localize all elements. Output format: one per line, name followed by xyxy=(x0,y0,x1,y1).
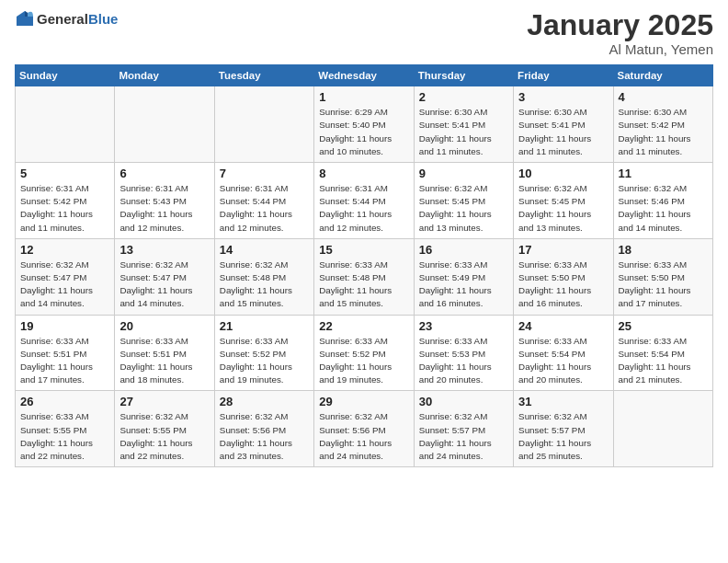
calendar-cell: 9Sunrise: 6:32 AM Sunset: 5:45 PM Daylig… xyxy=(414,163,513,239)
title-area: January 2025 Al Matun, Yemen xyxy=(527,9,713,57)
day-info: Sunrise: 6:33 AM Sunset: 5:50 PM Dayligh… xyxy=(619,259,708,311)
logo-blue: Blue xyxy=(88,11,119,27)
day-number: 6 xyxy=(119,167,209,180)
calendar-cell: 11Sunrise: 6:32 AM Sunset: 5:46 PM Dayli… xyxy=(613,163,712,239)
day-number: 18 xyxy=(619,243,708,257)
day-info: Sunrise: 6:31 AM Sunset: 5:43 PM Dayligh… xyxy=(119,182,209,235)
day-info: Sunrise: 6:32 AM Sunset: 5:47 PM Dayligh… xyxy=(20,259,109,311)
day-number: 30 xyxy=(419,395,508,408)
calendar-cell: 10Sunrise: 6:32 AM Sunset: 5:45 PM Dayli… xyxy=(514,163,613,239)
calendar-cell: 2Sunrise: 6:30 AM Sunset: 5:41 PM Daylig… xyxy=(414,86,513,163)
day-number: 2 xyxy=(419,90,508,104)
day-info: Sunrise: 6:32 AM Sunset: 5:57 PM Dayligh… xyxy=(518,410,608,463)
day-info: Sunrise: 6:33 AM Sunset: 5:49 PM Dayligh… xyxy=(419,259,508,311)
calendar-cell: 22Sunrise: 6:33 AM Sunset: 5:52 PM Dayli… xyxy=(314,315,414,391)
day-number: 17 xyxy=(518,243,608,257)
day-number: 26 xyxy=(20,395,109,408)
week-row-3: 19Sunrise: 6:33 AM Sunset: 5:51 PM Dayli… xyxy=(16,315,713,391)
day-number: 9 xyxy=(419,167,508,180)
calendar-cell: 25Sunrise: 6:33 AM Sunset: 5:54 PM Dayli… xyxy=(613,315,712,391)
day-info: Sunrise: 6:32 AM Sunset: 5:56 PM Dayligh… xyxy=(220,410,309,463)
day-info: Sunrise: 6:32 AM Sunset: 5:46 PM Dayligh… xyxy=(619,182,708,235)
logo-text: GeneralBlue xyxy=(37,11,118,28)
day-info: Sunrise: 6:32 AM Sunset: 5:45 PM Dayligh… xyxy=(518,182,608,235)
header-row: SundayMondayTuesdayWednesdayThursdayFrid… xyxy=(16,65,713,86)
day-info: Sunrise: 6:32 AM Sunset: 5:45 PM Dayligh… xyxy=(419,182,508,235)
week-row-2: 12Sunrise: 6:32 AM Sunset: 5:47 PM Dayli… xyxy=(16,238,713,315)
week-row-0: 1Sunrise: 6:29 AM Sunset: 5:40 PM Daylig… xyxy=(16,86,713,163)
svg-rect-2 xyxy=(17,17,33,26)
day-info: Sunrise: 6:33 AM Sunset: 5:52 PM Dayligh… xyxy=(220,335,309,387)
day-info: Sunrise: 6:33 AM Sunset: 5:55 PM Dayligh… xyxy=(20,410,109,463)
day-info: Sunrise: 6:30 AM Sunset: 5:42 PM Dayligh… xyxy=(619,106,708,158)
calendar-cell: 4Sunrise: 6:30 AM Sunset: 5:42 PM Daylig… xyxy=(613,86,712,163)
calendar-cell: 21Sunrise: 6:33 AM Sunset: 5:52 PM Dayli… xyxy=(214,315,313,391)
day-number: 11 xyxy=(619,167,708,180)
calendar-cell: 27Sunrise: 6:32 AM Sunset: 5:55 PM Dayli… xyxy=(115,391,214,467)
day-number: 5 xyxy=(20,167,109,180)
day-info: Sunrise: 6:32 AM Sunset: 5:48 PM Dayligh… xyxy=(220,259,309,311)
calendar-cell: 30Sunrise: 6:32 AM Sunset: 5:57 PM Dayli… xyxy=(414,391,513,467)
day-info: Sunrise: 6:32 AM Sunset: 5:47 PM Dayligh… xyxy=(119,259,209,311)
day-number: 23 xyxy=(419,319,508,333)
calendar-cell: 28Sunrise: 6:32 AM Sunset: 5:56 PM Dayli… xyxy=(214,391,313,467)
day-info: Sunrise: 6:33 AM Sunset: 5:53 PM Dayligh… xyxy=(419,335,508,387)
day-number: 31 xyxy=(518,395,608,408)
calendar-cell: 12Sunrise: 6:32 AM Sunset: 5:47 PM Dayli… xyxy=(16,238,115,315)
day-number: 7 xyxy=(220,167,309,180)
day-info: Sunrise: 6:32 AM Sunset: 5:55 PM Dayligh… xyxy=(119,410,209,463)
day-number: 24 xyxy=(518,319,608,333)
calendar-table: SundayMondayTuesdayWednesdayThursdayFrid… xyxy=(15,64,713,467)
calendar-cell: 5Sunrise: 6:31 AM Sunset: 5:42 PM Daylig… xyxy=(16,163,115,239)
col-header-friday: Friday xyxy=(514,65,613,86)
col-header-wednesday: Wednesday xyxy=(314,65,414,86)
day-number: 21 xyxy=(220,319,309,333)
calendar-cell: 29Sunrise: 6:32 AM Sunset: 5:56 PM Dayli… xyxy=(314,391,414,467)
col-header-monday: Monday xyxy=(115,65,214,86)
logo-icon xyxy=(15,9,35,29)
day-number: 3 xyxy=(518,90,608,104)
day-info: Sunrise: 6:32 AM Sunset: 5:56 PM Dayligh… xyxy=(319,410,408,463)
calendar-cell: 1Sunrise: 6:29 AM Sunset: 5:40 PM Daylig… xyxy=(314,86,414,163)
day-number: 13 xyxy=(119,243,209,257)
calendar-cell: 18Sunrise: 6:33 AM Sunset: 5:50 PM Dayli… xyxy=(613,238,712,315)
calendar-cell: 26Sunrise: 6:33 AM Sunset: 5:55 PM Dayli… xyxy=(16,391,115,467)
calendar-cell xyxy=(16,86,115,163)
day-number: 12 xyxy=(20,243,109,257)
day-info: Sunrise: 6:33 AM Sunset: 5:52 PM Dayligh… xyxy=(319,335,408,387)
day-info: Sunrise: 6:33 AM Sunset: 5:54 PM Dayligh… xyxy=(518,335,608,387)
location-title: Al Matun, Yemen xyxy=(527,41,713,57)
day-number: 19 xyxy=(20,319,109,333)
day-number: 20 xyxy=(119,319,209,333)
calendar-cell: 8Sunrise: 6:31 AM Sunset: 5:44 PM Daylig… xyxy=(314,163,414,239)
calendar-cell: 6Sunrise: 6:31 AM Sunset: 5:43 PM Daylig… xyxy=(115,163,214,239)
day-number: 27 xyxy=(119,395,209,408)
day-number: 29 xyxy=(319,395,408,408)
col-header-saturday: Saturday xyxy=(613,65,712,86)
day-info: Sunrise: 6:33 AM Sunset: 5:51 PM Dayligh… xyxy=(20,335,109,387)
day-info: Sunrise: 6:31 AM Sunset: 5:42 PM Dayligh… xyxy=(20,182,109,235)
calendar-cell: 19Sunrise: 6:33 AM Sunset: 5:51 PM Dayli… xyxy=(16,315,115,391)
day-number: 16 xyxy=(419,243,508,257)
calendar-cell: 20Sunrise: 6:33 AM Sunset: 5:51 PM Dayli… xyxy=(115,315,214,391)
day-info: Sunrise: 6:33 AM Sunset: 5:50 PM Dayligh… xyxy=(518,259,608,311)
calendar-cell: 3Sunrise: 6:30 AM Sunset: 5:41 PM Daylig… xyxy=(514,86,613,163)
week-row-1: 5Sunrise: 6:31 AM Sunset: 5:42 PM Daylig… xyxy=(16,163,713,239)
day-number: 25 xyxy=(619,319,708,333)
day-number: 4 xyxy=(619,90,708,104)
calendar-cell: 24Sunrise: 6:33 AM Sunset: 5:54 PM Dayli… xyxy=(514,315,613,391)
header: GeneralBlue January 2025 Al Matun, Yemen xyxy=(15,9,713,57)
col-header-sunday: Sunday xyxy=(16,65,115,86)
day-info: Sunrise: 6:31 AM Sunset: 5:44 PM Dayligh… xyxy=(319,182,408,235)
logo: GeneralBlue xyxy=(15,9,118,29)
day-number: 28 xyxy=(220,395,309,408)
day-number: 22 xyxy=(319,319,408,333)
day-number: 15 xyxy=(319,243,408,257)
calendar-cell xyxy=(115,86,214,163)
day-number: 1 xyxy=(319,90,408,104)
calendar-cell: 15Sunrise: 6:33 AM Sunset: 5:48 PM Dayli… xyxy=(314,238,414,315)
day-number: 8 xyxy=(319,167,408,180)
page: GeneralBlue January 2025 Al Matun, Yemen… xyxy=(0,0,728,563)
month-title: January 2025 xyxy=(527,9,713,41)
calendar-cell: 31Sunrise: 6:32 AM Sunset: 5:57 PM Dayli… xyxy=(514,391,613,467)
